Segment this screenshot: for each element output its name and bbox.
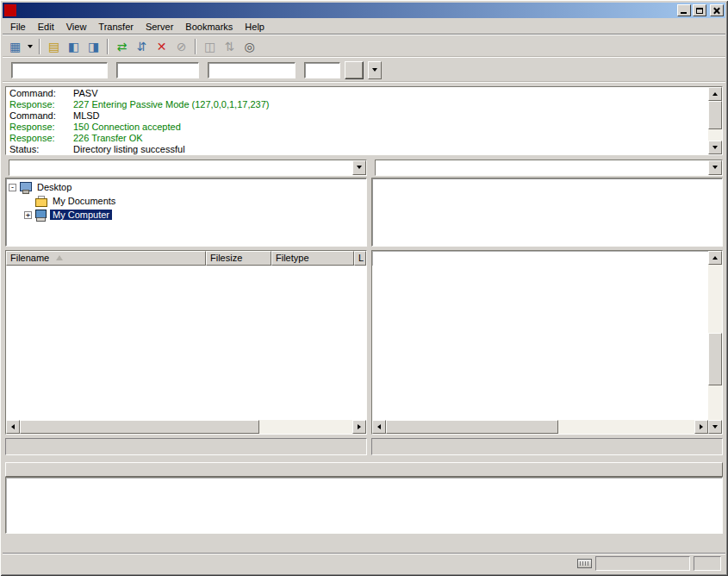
tree-item[interactable]: + My Computer xyxy=(6,208,366,222)
log-line-label: Response: xyxy=(9,99,73,110)
queue-tabs xyxy=(3,534,725,551)
site-manager-dropdown[interactable] xyxy=(25,37,35,56)
toolbar-icon: ◧ xyxy=(68,41,79,53)
local-site-dropdown[interactable] xyxy=(352,160,366,175)
toggle-queue-button[interactable]: ⇵ xyxy=(132,37,152,56)
remote-hscrollbar[interactable] xyxy=(372,420,708,434)
menubar: FileEditViewTransferServerBookmarksHelp xyxy=(3,18,725,35)
directory-comparison-button[interactable]: ◫ xyxy=(200,37,220,56)
password-input[interactable] xyxy=(208,62,296,78)
log-line-label: Command: xyxy=(9,110,73,122)
log-line: Response: 227 Entering Passive Mode (127… xyxy=(9,99,705,110)
tree-item[interactable]: My Documents xyxy=(6,194,366,208)
log-line-text: 227 Entering Passive Mode (127,0,0,1,17,… xyxy=(73,99,269,110)
chevron-down-icon xyxy=(28,45,33,48)
minimize-button[interactable] xyxy=(677,4,691,16)
tree-item[interactable]: - Desktop xyxy=(6,180,366,194)
message-log: Command: PASV Response: 227 Entering Pas… xyxy=(5,86,723,155)
toggle-local-tree-button[interactable]: ◧ xyxy=(64,37,84,56)
remote-status-text xyxy=(371,438,723,455)
remote-file-list xyxy=(371,250,723,435)
menu-item[interactable]: Edit xyxy=(32,20,60,34)
toolbar-icon: ▤ xyxy=(48,41,59,53)
log-line-text: Directory listing successful xyxy=(73,144,185,154)
titlebar xyxy=(3,3,725,18)
remote-site-dropdown[interactable] xyxy=(708,160,722,175)
minimize-icon xyxy=(681,12,687,14)
cancel-button[interactable]: ✕ xyxy=(152,37,171,56)
scrollbar-track[interactable] xyxy=(386,420,694,434)
scroll-left-button[interactable] xyxy=(372,420,386,434)
menu-item[interactable]: Server xyxy=(140,20,179,34)
column-header[interactable]: L xyxy=(354,251,366,266)
scroll-up-button[interactable] xyxy=(708,251,722,265)
log-line: Response: 226 Transfer OK xyxy=(9,133,705,144)
menu-item[interactable]: Transfer xyxy=(92,20,140,34)
scrollbar-track[interactable] xyxy=(708,101,722,141)
find-files-button[interactable]: ◎ xyxy=(240,37,259,56)
scrollbar-track[interactable] xyxy=(20,420,352,434)
log-line-text: 226 Transfer OK xyxy=(73,133,143,144)
remote-site-combo[interactable] xyxy=(375,160,723,176)
username-input[interactable] xyxy=(116,62,199,78)
scrollbar-thumb[interactable] xyxy=(20,420,259,434)
close-button[interactable] xyxy=(710,4,724,16)
log-line-label: Response: xyxy=(9,133,73,144)
arrow-right-icon xyxy=(700,424,703,429)
activity-indicator xyxy=(694,556,721,571)
port-input[interactable] xyxy=(304,62,340,78)
scrollbar-thumb[interactable] xyxy=(708,333,722,385)
maximize-button[interactable] xyxy=(693,4,706,16)
remote-site-path xyxy=(376,160,708,175)
disconnect-button[interactable]: ⊘ xyxy=(171,37,191,56)
close-icon xyxy=(713,7,720,15)
filezilla-icon xyxy=(4,4,16,16)
chevron-down-icon xyxy=(712,166,718,169)
column-header[interactable]: Filesize xyxy=(206,251,271,266)
scroll-right-button[interactable] xyxy=(352,420,366,434)
toolbar-separator xyxy=(195,39,196,54)
site-manager-button[interactable]: ▦ xyxy=(5,37,25,56)
log-line-label: Command: xyxy=(9,88,73,99)
menu-item[interactable]: View xyxy=(60,20,93,34)
scroll-left-button[interactable] xyxy=(6,420,20,434)
quickconnect-dropdown[interactable] xyxy=(368,61,382,79)
scroll-up-button[interactable] xyxy=(708,87,722,101)
log-line-label: Status: xyxy=(9,144,73,154)
scrollbar-thumb[interactable] xyxy=(386,420,558,434)
tree-expander-icon[interactable]: - xyxy=(9,184,16,191)
filezilla-window: FileEditViewTransferServerBookmarksHelp … xyxy=(0,0,728,576)
toolbar-separator xyxy=(107,39,109,54)
toolbar-icon: ⊘ xyxy=(177,41,187,53)
column-header[interactable]: Filetype xyxy=(271,251,354,266)
local-hscrollbar[interactable] xyxy=(6,420,366,434)
toolbar-icon: ▦ xyxy=(9,41,21,53)
local-site-combo[interactable] xyxy=(9,160,367,176)
toolbar: ▦ ▤◧◨ ⇄⇵✕⊘ ◫⇅◎ xyxy=(3,35,725,58)
transfer-queue xyxy=(5,462,723,534)
host-input[interactable] xyxy=(11,62,108,78)
menu-item[interactable]: Help xyxy=(239,20,271,34)
local-directory-tree: - Desktop My Documents + My Computer xyxy=(5,178,367,247)
column-header[interactable]: Filename xyxy=(6,251,206,266)
scrollbar-track[interactable] xyxy=(708,265,722,420)
synchronized-browsing-button[interactable]: ⇅ xyxy=(220,37,240,56)
menu-item[interactable]: File xyxy=(4,20,32,34)
remote-vscrollbar[interactable] xyxy=(708,251,722,434)
tree-item-icon xyxy=(19,182,33,193)
column-header-filler xyxy=(5,462,723,477)
quickconnect-button[interactable] xyxy=(345,61,364,79)
menu-item[interactable]: Bookmarks xyxy=(179,20,239,34)
toggle-message-log-button[interactable]: ▤ xyxy=(44,37,64,56)
toolbar-icon: ◫ xyxy=(204,41,215,53)
scroll-down-button[interactable] xyxy=(708,420,722,434)
scroll-right-button[interactable] xyxy=(694,420,708,434)
log-scrollbar[interactable] xyxy=(708,87,722,154)
toggle-remote-tree-button[interactable]: ◨ xyxy=(84,37,103,56)
queue-body xyxy=(5,477,723,534)
scrollbar-thumb[interactable] xyxy=(708,101,722,129)
remote-directory-tree xyxy=(371,178,723,247)
tree-expander-icon[interactable]: + xyxy=(24,211,32,219)
refresh-button[interactable]: ⇄ xyxy=(112,37,132,56)
scroll-down-button[interactable] xyxy=(708,141,722,154)
